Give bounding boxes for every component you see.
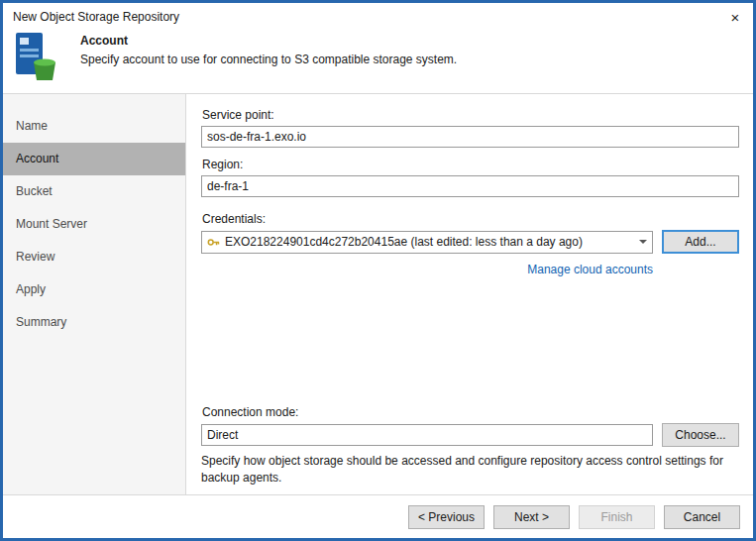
close-icon[interactable]: ×: [717, 3, 753, 31]
region-label: Region:: [202, 158, 739, 171]
form-bottom: Connection mode: Choose... Specify how o…: [201, 405, 739, 487]
sidebar-item-apply[interactable]: Apply: [3, 273, 185, 306]
credentials-label: Credentials:: [202, 212, 739, 226]
service-point-label: Service point:: [202, 108, 739, 122]
main-panel: Service point: Region: Credentials: EXO2…: [186, 94, 753, 494]
wizard-body: Name Account Bucket Mount Server Review …: [3, 94, 753, 494]
dialog-window: New Object Storage Repository × Account …: [0, 0, 756, 541]
sidebar-item-account[interactable]: Account: [3, 143, 185, 175]
wizard-footer: < Previous Next > Finish Cancel: [3, 494, 753, 538]
service-point-input[interactable]: [201, 126, 739, 148]
previous-button[interactable]: < Previous: [408, 505, 485, 529]
page-subtitle: Specify account to use for connecting to…: [80, 53, 457, 66]
add-button[interactable]: Add...: [662, 230, 739, 254]
wizard-steps-sidebar: Name Account Bucket Mount Server Review …: [3, 94, 186, 494]
sidebar-item-mount-server[interactable]: Mount Server: [3, 208, 185, 241]
credentials-selected-value: EXO218224901cd4c272b20415ae (last edited…: [225, 235, 634, 249]
manage-cloud-accounts-link[interactable]: Manage cloud accounts: [527, 263, 653, 276]
credentials-combobox[interactable]: EXO218224901cd4c272b20415ae (last edited…: [201, 231, 653, 254]
wizard-header: Account Specify account to use for conne…: [3, 31, 753, 94]
sidebar-item-summary[interactable]: Summary: [3, 306, 185, 339]
form-top: Service point: Region: Credentials: EXO2…: [201, 108, 739, 276]
key-icon: [207, 236, 222, 249]
region-input[interactable]: [201, 175, 739, 197]
finish-button[interactable]: Finish: [579, 505, 655, 529]
connection-mode-help: Specify how object storage should be acc…: [201, 453, 739, 487]
sidebar-item-review[interactable]: Review: [3, 241, 185, 273]
cancel-button[interactable]: Cancel: [664, 505, 740, 529]
choose-button[interactable]: Choose...: [662, 423, 739, 447]
page-title: Account: [80, 34, 457, 48]
window-title: New Object Storage Repository: [13, 10, 717, 24]
connection-mode-label: Connection mode:: [202, 405, 739, 419]
connection-mode-field: [201, 424, 653, 446]
titlebar: New Object Storage Repository ×: [3, 3, 753, 31]
sidebar-item-name[interactable]: Name: [3, 110, 185, 143]
next-button[interactable]: Next >: [493, 505, 570, 529]
object-storage-repository-icon: [13, 31, 58, 84]
sidebar-item-bucket[interactable]: Bucket: [3, 175, 185, 208]
chevron-down-icon[interactable]: [634, 232, 652, 253]
